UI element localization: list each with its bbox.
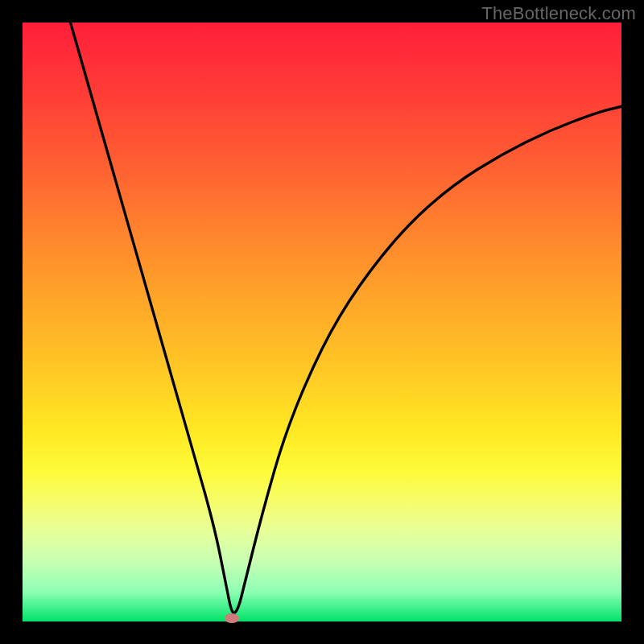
bottleneck-curve [71,23,621,613]
chart-plot-area [23,23,621,621]
watermark-text: TheBottleneck.com [481,3,636,24]
chart-frame: TheBottleneck.com [0,0,644,644]
curve-layer [23,23,621,621]
optimal-point-marker [225,613,239,623]
